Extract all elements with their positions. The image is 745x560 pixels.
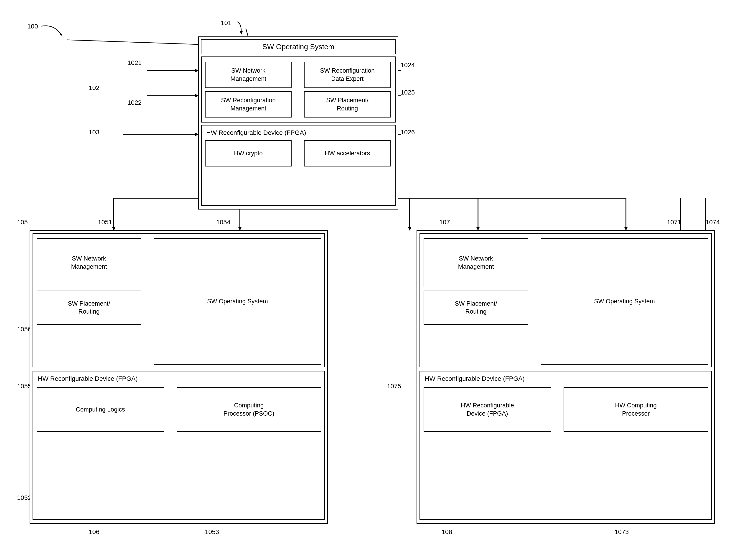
right-hw-fpga-section-label: HW Reconfigurable Device (FPGA) [425, 375, 525, 383]
ref-1052: 1052 [17, 494, 31, 501]
sw-os-label: SW Operating System [262, 42, 334, 52]
computing-logics: Computing Logics [37, 387, 164, 432]
left-hw-fpga-title: HW Reconfigurable Device (FPGA) [35, 373, 322, 384]
ref-1055: 1055 [17, 382, 31, 390]
hw-computing-label: HW ComputingProcessor [615, 402, 657, 417]
ref-102: 102 [89, 84, 99, 92]
right-sw-network-label: SW NetworkManagement [458, 255, 494, 271]
ref-1021: 1021 [127, 59, 141, 66]
sw-placement-label: SW Placement/Routing [326, 96, 368, 112]
ref-1056: 1056 [17, 326, 31, 333]
right-sw-placement: SW Placement/Routing [424, 290, 528, 325]
ref-1022: 1022 [127, 99, 141, 106]
sw-reconfig-mgmt: SW ReconfigurationManagement [205, 91, 292, 118]
arrow-101-svg [225, 18, 255, 41]
hw-fpga-top-label: HW Reconfigurable Device (FPGA) [206, 129, 306, 137]
left-sw-os: SW Operating System [154, 238, 321, 365]
hw-fpga-group-top: HW Reconfigurable Device (FPGA) HW crypt… [201, 125, 396, 206]
sw-placement-routing-top: SW Placement/Routing [304, 91, 391, 118]
left-sw-os-label: SW Operating System [207, 298, 268, 305]
hw-computing-processor: HW ComputingProcessor [563, 387, 708, 432]
left-hw-fpga-group: HW Reconfigurable Device (FPGA) Computin… [33, 371, 325, 520]
left-block: SW NetworkManagement SW Placement/Routin… [30, 230, 328, 524]
ref-107: 107 [439, 219, 450, 226]
right-sw-network-mgmt: SW NetworkManagement [424, 238, 528, 287]
ref-1053: 1053 [205, 528, 219, 536]
hw-reconfig-label: HW ReconfigurableDevice (FPGA) [461, 402, 514, 417]
left-sw-placement-label: SW Placement/Routing [68, 300, 110, 316]
left-sw-network-label: SW NetworkManagement [71, 255, 107, 271]
sw-network-label: SW NetworkManagement [230, 67, 266, 83]
ref-1026: 1026 [400, 129, 415, 136]
right-sw-os: SW Operating System [541, 238, 708, 365]
hw-accelerators: HW accelerators [304, 140, 391, 166]
top-block: SW Operating System SW NetworkManagement… [198, 36, 398, 210]
ref-1073: 1073 [615, 528, 629, 536]
right-block: SW NetworkManagement SW Placement/Routin… [417, 230, 715, 524]
right-sw-placement-label: SW Placement/Routing [455, 300, 497, 316]
sw-reconfig-mgmt-label: SW ReconfigurationManagement [221, 96, 276, 112]
ref-1054: 1054 [216, 219, 230, 226]
computing-processor: ComputingProcessor (PSOC) [176, 387, 321, 432]
left-sw-group: SW NetworkManagement SW Placement/Routin… [33, 233, 325, 367]
hw-reconfigurable-device: HW ReconfigurableDevice (FPGA) [424, 387, 551, 432]
right-sw-os-label: SW Operating System [594, 298, 655, 305]
hw-fpga-title-top: HW Reconfigurable Device (FPGA) [204, 127, 394, 138]
sw-reconfig-data-label: SW ReconfigurationData Expert [320, 67, 375, 83]
right-hw-fpga-title: HW Reconfigurable Device (FPGA) [422, 373, 709, 384]
hw-crypto-label: HW crypto [234, 149, 263, 157]
ref-1024: 1024 [400, 61, 415, 69]
top-sw-os-title: SW Operating System [201, 39, 396, 54]
ref-1051: 1051 [98, 219, 112, 226]
sw-reconfig-data-expert: SW ReconfigurationData Expert [304, 62, 391, 88]
sw-modules-group: SW NetworkManagement SW ReconfigurationD… [201, 57, 396, 123]
svg-marker-23 [408, 227, 411, 231]
sw-network-mgmt-top: SW NetworkManagement [205, 62, 292, 88]
left-hw-fpga-label: HW Reconfigurable Device (FPGA) [38, 375, 138, 383]
ref-108: 108 [442, 528, 452, 536]
ref-105: 105 [17, 219, 28, 226]
computing-processor-label: ComputingProcessor (PSOC) [224, 402, 274, 417]
ref-1075: 1075 [387, 382, 401, 390]
ref-1074: 1074 [706, 219, 720, 226]
right-hw-fpga-group: HW Reconfigurable Device (FPGA) HW Recon… [420, 371, 712, 520]
ref-103: 103 [89, 129, 99, 136]
ref-106: 106 [89, 528, 99, 536]
ref-1071: 1071 [667, 219, 681, 226]
diagram: 100 101 102 1021 1022 103 104 1027 1024 … [0, 0, 745, 560]
hw-accel-label: HW accelerators [325, 149, 370, 157]
arrow-100-svg [27, 22, 73, 49]
hw-crypto: HW crypto [205, 140, 292, 166]
ref-1025: 1025 [400, 89, 415, 96]
right-sw-group: SW NetworkManagement SW Placement/Routin… [420, 233, 712, 367]
left-sw-network-mgmt: SW NetworkManagement [37, 238, 141, 287]
svg-line-0 [67, 40, 198, 44]
computing-logics-label: Computing Logics [76, 406, 125, 413]
left-sw-placement: SW Placement/Routing [37, 290, 141, 325]
svg-marker-41 [240, 31, 243, 35]
